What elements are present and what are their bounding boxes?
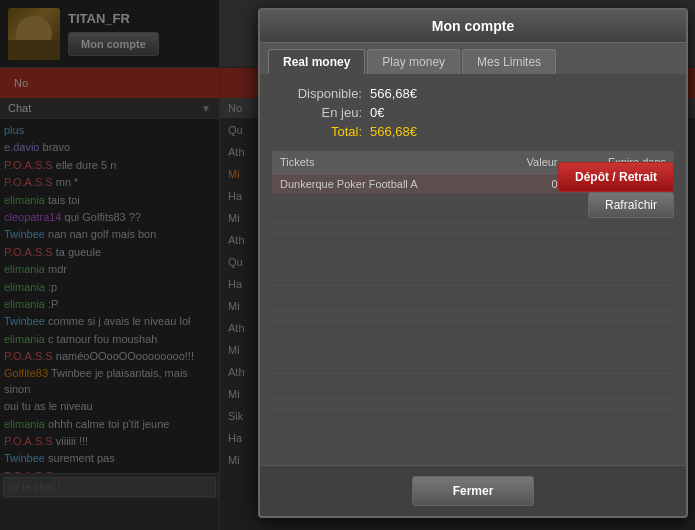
table-row	[272, 283, 674, 305]
enjeu-label: En jeu:	[272, 105, 362, 120]
balance-total-row: Total: 566,68€	[272, 124, 674, 139]
tab-real-money[interactable]: Real money	[268, 49, 365, 74]
balance-section: Disponible: 566,68€ En jeu: 0€ Total: 56…	[272, 86, 674, 139]
balance-enjeu-row: En jeu: 0€	[272, 105, 674, 120]
modal-title: Mon compte	[260, 10, 686, 43]
ticket-value: 0	[497, 174, 566, 195]
modal-tabs: Real money Play money Mes Limites	[260, 43, 686, 74]
refresh-button[interactable]: Rafraîchir	[588, 192, 674, 218]
fermer-button[interactable]: Fermer	[412, 476, 535, 506]
table-row	[272, 371, 674, 393]
total-value: 566,68€	[370, 124, 417, 139]
table-row	[272, 327, 674, 349]
tickets-col-header: Tickets	[272, 151, 497, 174]
ticket-name: Dunkerque Poker Football A	[272, 174, 497, 195]
table-row	[272, 349, 674, 371]
table-row	[272, 217, 674, 239]
table-row	[272, 239, 674, 261]
balance-disponible-row: Disponible: 566,68€	[272, 86, 674, 101]
tab-play-money[interactable]: Play money	[367, 49, 460, 74]
disponible-label: Disponible:	[272, 86, 362, 101]
table-row	[272, 261, 674, 283]
deposit-button[interactable]: Dépôt / Retrait	[558, 162, 674, 192]
valeur-col-header: Valeur	[497, 151, 566, 174]
enjeu-value: 0€	[370, 105, 384, 120]
modal-footer: Fermer	[260, 465, 686, 516]
tab-mes-limites[interactable]: Mes Limites	[462, 49, 556, 74]
account-modal: Mon compte Real money Play money Mes Lim…	[258, 8, 688, 518]
modal-body: Disponible: 566,68€ En jeu: 0€ Total: 56…	[260, 74, 686, 468]
total-label: Total:	[272, 124, 362, 139]
disponible-value: 566,68€	[370, 86, 417, 101]
table-row	[272, 305, 674, 327]
table-row	[272, 393, 674, 415]
